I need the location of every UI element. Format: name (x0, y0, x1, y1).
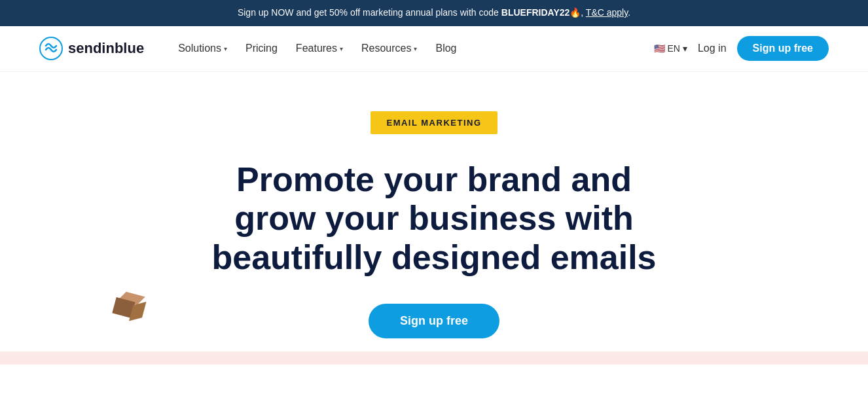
hero-title: Promote your brand and grow your busines… (211, 160, 656, 278)
logo-text: sendinblue (68, 40, 144, 57)
category-badge: EMAIL MARKETING (371, 111, 497, 134)
main-nav: Solutions ▾ Pricing Features ▾ Resources… (170, 37, 653, 60)
flag-icon: 🇺🇸 (654, 43, 665, 54)
solutions-chevron-icon: ▾ (224, 45, 227, 52)
hero-section: EMAIL MARKETING Promote your brand and g… (0, 72, 868, 365)
nav-resources[interactable]: Resources ▾ (353, 37, 425, 60)
nav-solutions[interactable]: Solutions ▾ (170, 37, 235, 60)
cube-decoration (115, 293, 147, 325)
resources-chevron-icon: ▾ (414, 45, 417, 52)
bottom-bar-decoration (0, 351, 868, 365)
nav-right: 🇺🇸 EN ▾ Log in Sign up free (654, 36, 829, 61)
tnc-link[interactable]: T&C apply (586, 7, 628, 18)
lang-chevron-icon: ▾ (683, 43, 687, 54)
logo[interactable]: sendinblue (39, 37, 144, 60)
cube-3d-icon (112, 289, 144, 321)
nav-pricing[interactable]: Pricing (238, 37, 285, 60)
signup-button-header[interactable]: Sign up free (737, 36, 829, 61)
logo-icon (39, 37, 63, 60)
signup-button-hero[interactable]: Sign up free (369, 304, 499, 338)
promo-banner: Sign up NOW and get 50% off marketing an… (0, 0, 868, 26)
language-selector[interactable]: 🇺🇸 EN ▾ (654, 43, 687, 54)
banner-text: Sign up NOW and get 50% off marketing an… (238, 7, 630, 18)
nav-blog[interactable]: Blog (427, 37, 464, 60)
site-header: sendinblue Solutions ▾ Pricing Features … (0, 26, 868, 72)
login-link[interactable]: Log in (698, 43, 727, 54)
features-chevron-icon: ▾ (340, 45, 343, 52)
nav-features[interactable]: Features ▾ (288, 37, 351, 60)
